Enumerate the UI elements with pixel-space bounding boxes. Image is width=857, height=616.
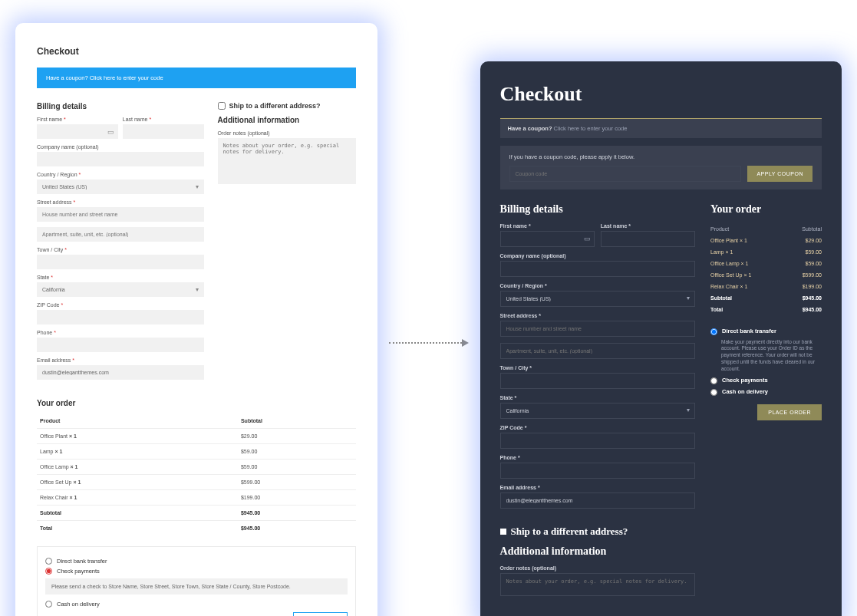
state-select-dark[interactable] — [500, 403, 695, 419]
coupon-input[interactable] — [509, 166, 742, 182]
zip-label: ZIP Code — [37, 302, 59, 308]
coupon-banner[interactable]: Have a coupon? Click here to enter your … — [37, 68, 356, 88]
email-input[interactable] — [37, 365, 204, 380]
phone-input-dark[interactable] — [500, 463, 695, 479]
ship-checkbox-icon[interactable] — [500, 529, 506, 535]
coupon-form: If you have a coupon code, please apply … — [500, 146, 822, 189]
country-label: Country / Region — [37, 172, 77, 177]
phone-input[interactable] — [37, 338, 204, 352]
email-input-dark[interactable] — [500, 492, 695, 509]
table-row: Relax Chair × 1$199.00 — [710, 281, 822, 292]
billing-heading: Billing details — [37, 102, 204, 110]
coupon-form-note: If you have a coupon code, please apply … — [509, 153, 813, 160]
company-label: Company name (optional) — [37, 144, 204, 150]
ship-different-checkbox[interactable] — [218, 102, 226, 110]
pay-bank-desc: Make your payment directly into our bank… — [721, 339, 822, 373]
pay-cash-radio-dark[interactable] — [710, 389, 717, 396]
place-order-button[interactable]: Place order — [293, 612, 348, 616]
table-row: Office Lamp × 1$59.00 — [710, 258, 822, 269]
page-title: Checkout — [37, 46, 356, 57]
addl-heading: Additional information — [218, 116, 356, 124]
addl-heading-dark: Additional information — [500, 545, 695, 558]
town-label: Town / City — [37, 247, 63, 252]
company-input[interactable] — [37, 152, 204, 166]
last-name-input[interactable] — [123, 124, 204, 139]
street2-input[interactable] — [37, 227, 204, 242]
town-input-dark[interactable] — [500, 373, 695, 389]
state-select[interactable] — [37, 282, 204, 297]
order-heading-dark: Your order — [710, 203, 822, 216]
pay-cash-radio[interactable] — [45, 601, 52, 608]
country-select-dark[interactable] — [500, 291, 695, 307]
country-select[interactable] — [37, 180, 204, 194]
email-label: Email address — [37, 357, 71, 363]
zip-input-dark[interactable] — [500, 433, 695, 449]
table-row: Office Plant × 1$29.00 — [710, 235, 822, 246]
notes-textarea-dark[interactable] — [500, 573, 695, 596]
table-row: Office Set Up × 1$599.00 — [37, 475, 356, 490]
first-name-label: First name — [37, 117, 62, 122]
table-row: Office Set Up × 1$599.00 — [710, 269, 822, 281]
order-heading: Your order — [37, 399, 356, 407]
coupon-banner-dark[interactable]: Have a coupon? Click here to enter your … — [500, 118, 822, 138]
table-row: Office Plant × 1$29.00 — [37, 429, 356, 444]
table-row: Relax Chair × 1$199.00 — [37, 490, 356, 506]
ship-heading: Ship to a different address? — [229, 102, 321, 110]
street2-input-dark[interactable] — [500, 343, 695, 359]
phone-label: Phone — [37, 330, 52, 335]
pay-check-radio[interactable] — [45, 568, 52, 575]
state-label: State — [37, 275, 49, 280]
payment-box-dark: Direct bank transfer Make your payment d… — [710, 328, 822, 421]
col-subtotal: Subtotal — [238, 413, 356, 429]
table-row: Lamp × 1$59.00 — [37, 444, 356, 460]
zip-input[interactable] — [37, 310, 204, 324]
town-input[interactable] — [37, 255, 204, 269]
street1-input-dark[interactable] — [500, 321, 695, 337]
light-panel: Checkout Have a coupon? Click here to en… — [15, 23, 377, 616]
notes-label: Order notes (optional) — [218, 130, 356, 136]
notes-textarea[interactable] — [218, 138, 356, 184]
billing-heading-dark: Billing details — [500, 203, 695, 216]
col-product: Product — [37, 413, 238, 429]
dark-panel: Checkout Have a coupon? Click here to en… — [480, 61, 842, 617]
pay-bank-radio-dark[interactable] — [710, 328, 717, 335]
last-name-input-dark[interactable] — [601, 231, 695, 247]
order-table: Product Subtotal Office Plant × 1$29.00L… — [37, 413, 356, 535]
order-table-dark: Product Subtotal Office Plant × 1$29.00L… — [710, 223, 822, 315]
place-order-button-dark[interactable]: PLACE ORDER — [757, 404, 822, 420]
table-row: Office Lamp × 1$59.00 — [37, 460, 356, 475]
arrow-icon — [389, 339, 469, 347]
company-input-dark[interactable] — [500, 261, 695, 277]
first-name-input-dark[interactable] — [500, 231, 595, 247]
ship-heading-dark[interactable]: Ship to a different address? — [500, 525, 695, 538]
apply-coupon-button[interactable]: APPLY COUPON — [747, 166, 813, 182]
pay-bank-radio[interactable] — [45, 558, 52, 565]
payment-box: Direct bank transfer Check payments Plea… — [37, 546, 356, 616]
last-name-label: Last name — [123, 117, 148, 122]
pay-check-radio-dark[interactable] — [710, 377, 717, 384]
pay-check-note: Please send a check to Store Name, Store… — [45, 578, 348, 595]
street1-input[interactable] — [37, 207, 204, 222]
street-label: Street address — [37, 199, 72, 205]
table-row: Lamp × 1$59.00 — [710, 246, 822, 258]
page-title-dark: Checkout — [500, 83, 822, 106]
first-name-input[interactable] — [37, 124, 118, 139]
